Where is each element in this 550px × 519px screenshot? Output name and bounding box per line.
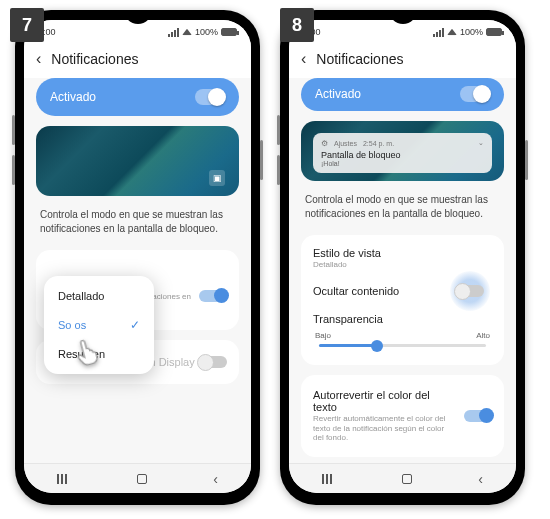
- app-header: ‹ Notificaciones: [24, 42, 251, 78]
- slider-thumb[interactable]: [371, 340, 383, 352]
- step-badge-7: 7: [10, 8, 44, 42]
- master-toggle-label: Activado: [50, 90, 96, 104]
- aod-toggle[interactable]: [199, 356, 227, 368]
- check-icon: ✓: [130, 318, 140, 332]
- autorevert-toggle[interactable]: [464, 410, 492, 422]
- popup-option-detallado[interactable]: Detallado: [44, 282, 154, 310]
- back-icon[interactable]: ‹: [36, 50, 41, 68]
- page-title: Notificaciones: [316, 51, 403, 67]
- autorevert-row[interactable]: Autorrevertir el color del texto Reverti…: [313, 383, 492, 449]
- wifi-icon: [447, 29, 457, 35]
- battery-text: 100%: [195, 27, 218, 37]
- view-style-label: Estilo de vista: [313, 247, 492, 259]
- popup-option-solo-iconos[interactable]: So os ✓: [44, 310, 154, 340]
- autorevert-card: Autorrevertir el color del texto Reverti…: [301, 375, 504, 457]
- hide-content-label: Ocultar contenido: [313, 285, 399, 297]
- nav-back-icon[interactable]: ‹: [213, 471, 218, 487]
- nav-back-icon[interactable]: ‹: [478, 471, 483, 487]
- preview-app-name: Ajustes: [334, 140, 357, 147]
- gear-icon: ⚙: [321, 139, 328, 148]
- preview-notification-card: ⚙ Ajustes 2:54 p. m. ⌄ Pantalla de bloqu…: [313, 133, 492, 173]
- recent-apps-icon[interactable]: [57, 474, 71, 484]
- phone-frame-8: 9:00 100% ‹ Notificaciones Activado ⚙: [280, 10, 525, 505]
- preview-detail-icon: ▣: [209, 170, 225, 186]
- signal-icon: [168, 28, 179, 37]
- phone-frame-7: 9:00 100% ‹ Notificaciones Activado ▣ Co…: [15, 10, 260, 505]
- hide-content-toggle[interactable]: [456, 285, 484, 297]
- popup-option-label: So os: [58, 319, 86, 331]
- master-toggle-pill[interactable]: Activado: [301, 78, 504, 111]
- lockscreen-preview: ⚙ Ajustes 2:54 p. m. ⌄ Pantalla de bloqu…: [301, 121, 504, 181]
- view-style-popup: Detallado So os ✓ Resumen: [44, 276, 154, 374]
- app-header: ‹ Notificaciones: [289, 42, 516, 78]
- popup-option-label: Detallado: [58, 290, 104, 302]
- autorevert-sub: Revertir automáticamente el color del te…: [313, 414, 456, 443]
- android-navbar: ‹: [24, 463, 251, 493]
- autorevert-label: Autorrevertir el color del texto: [313, 389, 456, 413]
- home-icon[interactable]: [137, 474, 147, 484]
- description-text: Controla el modo en que se muestran las …: [301, 191, 504, 225]
- battery-text: 100%: [460, 27, 483, 37]
- transparency-label: Transparencia: [313, 313, 492, 325]
- step-badge-8: 8: [280, 8, 314, 42]
- master-toggle-label: Activado: [315, 87, 361, 101]
- transparency-slider-row: Bajo Alto: [313, 327, 492, 355]
- focus-highlight: [450, 271, 490, 311]
- recent-apps-icon[interactable]: [322, 474, 336, 484]
- master-toggle-switch[interactable]: [460, 86, 490, 102]
- signal-icon: [433, 28, 444, 37]
- back-icon[interactable]: ‹: [301, 50, 306, 68]
- small-toggle-on[interactable]: [199, 290, 227, 302]
- view-style-value: Detallado: [313, 260, 492, 270]
- view-style-row[interactable]: Estilo de vista Detallado: [313, 243, 492, 276]
- preview-time: 2:54 p. m.: [363, 140, 394, 147]
- settings-card: Estilo de vista Detallado Ocultar conten…: [301, 235, 504, 366]
- android-navbar: ‹: [289, 463, 516, 493]
- page-title: Notificaciones: [51, 51, 138, 67]
- wifi-icon: [182, 29, 192, 35]
- battery-icon: [486, 28, 502, 36]
- preview-title: Pantalla de bloqueo: [321, 150, 484, 160]
- pointer-hand-icon: [67, 332, 108, 378]
- preview-subtitle: ¡Hola!: [321, 160, 484, 167]
- master-toggle-pill[interactable]: Activado: [36, 78, 239, 116]
- slider-high-label: Alto: [476, 331, 490, 340]
- master-toggle-switch[interactable]: [195, 89, 225, 105]
- lockscreen-preview: ▣: [36, 126, 239, 196]
- chevron-down-icon: ⌄: [478, 139, 484, 147]
- hide-content-row[interactable]: Ocultar contenido: [313, 275, 492, 307]
- transparency-slider[interactable]: [319, 344, 486, 347]
- slider-low-label: Bajo: [315, 331, 331, 340]
- battery-icon: [221, 28, 237, 36]
- home-icon[interactable]: [402, 474, 412, 484]
- description-text: Controla el modo en que se muestran las …: [36, 206, 239, 240]
